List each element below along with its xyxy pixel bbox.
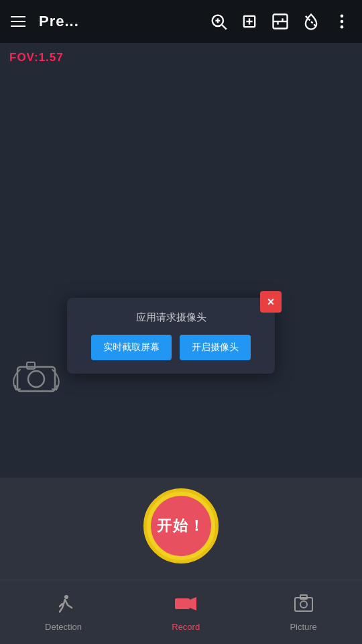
svg-point-22	[300, 601, 307, 608]
bottom-nav: Detection Record Picture	[0, 580, 362, 644]
menu-button[interactable]	[11, 16, 25, 27]
dialog-close-button[interactable]: ×	[260, 291, 282, 313]
svg-line-1	[222, 25, 226, 29]
fov-label: FOV:1.57	[9, 51, 64, 64]
screen-capture-button[interactable]: 实时截取屏幕	[91, 335, 172, 360]
water-drop-button[interactable]	[302, 12, 320, 31]
nav-picture-label: Picture	[290, 622, 316, 632]
top-bar: Pre...	[0, 0, 362, 43]
bottom-area: 开始！ Detection	[0, 478, 362, 644]
start-button[interactable]: 开始！	[151, 496, 211, 556]
start-button-outer: 开始！	[143, 488, 219, 564]
svg-point-16	[28, 371, 44, 387]
svg-rect-17	[27, 362, 35, 369]
start-button-label: 开始！	[157, 516, 205, 536]
svg-line-11	[306, 16, 316, 27]
app-title: Pre...	[39, 13, 79, 30]
svg-marker-20	[190, 597, 196, 610]
focus-button[interactable]	[240, 12, 259, 31]
detection-icon	[53, 593, 74, 619]
open-camera-button[interactable]: 开启摄像头	[180, 335, 251, 360]
nav-detection[interactable]: Detection	[45, 593, 82, 632]
camera-permission-dialog: × 应用请求摄像头 实时截取屏幕 开启摄像头	[67, 298, 275, 374]
more-options-button[interactable]	[333, 12, 351, 31]
record-icon	[174, 593, 198, 619]
svg-point-18	[64, 595, 68, 599]
camera-icon	[12, 354, 60, 404]
exposure-button[interactable]	[271, 12, 290, 31]
svg-rect-19	[175, 598, 190, 609]
top-bar-left: Pre...	[11, 13, 79, 30]
nav-record[interactable]: Record	[172, 593, 200, 632]
dialog-buttons: 实时截取屏幕 开启摄像头	[79, 335, 263, 360]
nav-picture[interactable]: Picture	[290, 593, 316, 632]
zoom-in-button[interactable]	[209, 12, 228, 31]
top-bar-icons	[209, 12, 351, 31]
svg-point-13	[341, 20, 344, 23]
nav-detection-label: Detection	[45, 622, 82, 632]
camera-preview: FOV:1.57 × 应用请求摄像头 实时截取屏幕 开启摄像头	[0, 43, 362, 478]
svg-point-12	[341, 15, 344, 18]
dialog-title: 应用请求摄像头	[79, 311, 263, 324]
nav-record-label: Record	[172, 622, 200, 632]
picture-icon	[293, 593, 314, 619]
svg-point-14	[341, 25, 344, 29]
start-button-wrapper: 开始！	[143, 488, 219, 564]
